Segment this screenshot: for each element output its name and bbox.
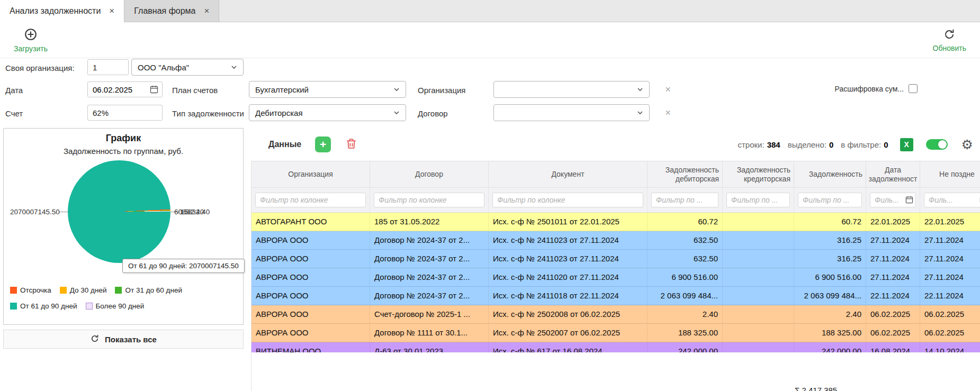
column-header-5[interactable]: Задолженность <box>794 161 866 187</box>
contract-clear-icon[interactable]: × <box>665 107 671 117</box>
organization-clear-icon[interactable]: × <box>665 84 671 94</box>
column-header-0[interactable]: Организация <box>251 161 370 187</box>
cell[interactable]: 06.02.2025 <box>866 324 920 342</box>
cell[interactable]: 6 900 516.00 <box>794 268 866 287</box>
organization-select[interactable] <box>493 81 650 98</box>
cell[interactable]: АВРОРА ООО <box>251 268 370 287</box>
tab-close-icon[interactable]: × <box>204 6 210 15</box>
column-filter-input-5[interactable] <box>798 193 861 207</box>
legend-item[interactable]: От 31 до 60 дней <box>115 286 182 294</box>
cell[interactable]: 27.11.2024 <box>920 268 980 287</box>
column-filter-input-1[interactable] <box>374 193 484 207</box>
legend-item[interactable]: До 30 дней <box>60 286 107 294</box>
date-input[interactable] <box>87 81 163 97</box>
column-filter-input-4[interactable] <box>727 193 789 207</box>
cell[interactable]: Исх. с-ф № 2411023 от 27.11.2024 <box>489 250 648 268</box>
cell[interactable]: Счет-договор № 2025-1 ... <box>370 305 489 324</box>
date-input-field[interactable] <box>88 85 150 94</box>
cell[interactable]: 2.40 <box>648 305 723 324</box>
cell[interactable]: АВРОРА ООО <box>251 305 370 324</box>
cell[interactable]: 60.72 <box>648 213 723 231</box>
column-header-2[interactable]: Документ <box>489 161 648 187</box>
cell[interactable]: 632.50 <box>648 231 723 250</box>
table-row[interactable]: АВРОРА ОООДоговор № 2024-37 от 2...Исх. … <box>251 250 980 268</box>
own-org-select[interactable]: ООО "Альфа" <box>131 59 244 76</box>
cell[interactable] <box>723 268 794 287</box>
cell[interactable] <box>723 324 794 342</box>
add-row-button[interactable]: + <box>315 137 331 152</box>
cell[interactable]: 14.10.2024 <box>920 342 980 352</box>
cell[interactable]: 27.11.2024 <box>920 250 980 268</box>
cell[interactable] <box>723 250 794 268</box>
legend-item[interactable]: Более 90 дней <box>86 302 145 310</box>
table-row[interactable]: АВРОРА ОООДоговор № 1111 от 30.1...Исх. … <box>251 324 980 342</box>
cell[interactable]: Исх. с-ф № 2411023 от 27.11.2024 <box>489 231 648 250</box>
cell[interactable] <box>723 231 794 250</box>
table-row[interactable]: АВРОРА ОООСчет-договор № 2025-1 ...Исх. … <box>251 305 980 324</box>
cell[interactable]: 06.02.2025 <box>920 305 980 324</box>
accounts-plan-select[interactable]: Бухгалтерский <box>249 81 406 98</box>
delete-row-button[interactable] <box>345 137 358 152</box>
cell[interactable]: Исх. с-ф № 617 от 16.08.2024 <box>489 342 648 352</box>
cell[interactable]: 06.02.2025 <box>866 305 920 324</box>
cell[interactable]: 185 от 31.05.2022 <box>370 213 489 231</box>
decode-sum-checkbox[interactable] <box>909 84 918 93</box>
cell[interactable]: 316.25 <box>794 231 866 250</box>
calendar-icon[interactable] <box>905 196 913 204</box>
pie-chart[interactable] <box>68 160 170 263</box>
tab-debt-analysis[interactable]: Анализ задолженности× <box>0 0 124 22</box>
cell[interactable]: 2 063 099 484... <box>648 287 723 305</box>
cell[interactable]: Исх. с-ф № 2501011 от 22.01.2025 <box>489 213 648 231</box>
table-row[interactable]: ВИТНЕМАН ОООД-63 от 30.01.2023Исх. с-ф №… <box>251 342 980 352</box>
cell[interactable]: ВИТНЕМАН ООО <box>251 342 370 352</box>
debt-type-select[interactable]: Дебиторская <box>249 104 406 121</box>
cell[interactable]: 242 000.00 <box>648 342 723 352</box>
legend-item[interactable]: От 61 до 90 дней <box>10 302 77 310</box>
export-excel-button[interactable]: X <box>900 138 913 151</box>
cell[interactable]: Договор № 2024-37 от 2... <box>370 287 489 305</box>
column-header-4[interactable]: Задолженность кредиторская <box>723 161 794 187</box>
cell[interactable]: Договор № 2024-37 от 2... <box>370 231 489 250</box>
column-filter-input-2[interactable] <box>493 193 643 207</box>
table-row[interactable]: АВРОРА ОООДоговор № 2024-37 от 2...Исх. … <box>251 287 980 305</box>
legend-item[interactable]: Отсрочка <box>10 286 51 294</box>
cell[interactable] <box>723 342 794 352</box>
cell[interactable]: 16.08.2024 <box>866 342 920 352</box>
cell[interactable]: 22.01.2025 <box>920 213 980 231</box>
cell[interactable]: 27.11.2024 <box>920 231 980 250</box>
cell[interactable]: 27.11.2024 <box>866 250 920 268</box>
cell[interactable] <box>723 305 794 324</box>
cell[interactable]: АВРОРА ООО <box>251 250 370 268</box>
column-header-6[interactable]: Дата задолженност <box>866 161 920 187</box>
cell[interactable]: 188 325.00 <box>648 324 723 342</box>
cell[interactable]: 2.40 <box>794 305 866 324</box>
cell[interactable]: 242 000.00 <box>794 342 866 352</box>
cell[interactable]: 632.50 <box>648 250 723 268</box>
cell[interactable]: АВРОРА ООО <box>251 231 370 250</box>
cell[interactable]: Исх. с-ф № 2502008 от 06.02.2025 <box>489 305 648 324</box>
cell[interactable] <box>723 287 794 305</box>
cell[interactable]: 6 900 516.00 <box>648 268 723 287</box>
table-row[interactable]: АВТОГАРАНТ ООО185 от 31.05.2022Исх. с-ф … <box>251 213 980 231</box>
cell[interactable]: Договор № 2024-37 от 2... <box>370 268 489 287</box>
own-org-code-input[interactable] <box>87 59 129 75</box>
column-filter-input-3[interactable] <box>652 193 718 207</box>
refresh-button[interactable]: Обновить <box>933 28 966 52</box>
tab-close-icon[interactable]: × <box>109 6 114 15</box>
cell[interactable]: 06.02.2025 <box>920 324 980 342</box>
color-toggle[interactable] <box>926 139 948 150</box>
column-header-7[interactable]: Не поздне <box>920 161 980 187</box>
calendar-icon[interactable] <box>150 85 158 94</box>
table-row[interactable]: АВРОРА ОООДоговор № 2024-37 от 2...Исх. … <box>251 268 980 287</box>
account-input[interactable] <box>87 105 163 121</box>
cell[interactable]: Исх. с-ф № 2411018 от 22.11.2024 <box>489 287 648 305</box>
cell[interactable] <box>723 213 794 231</box>
contract-select[interactable] <box>493 104 650 121</box>
cell[interactable]: Д-63 от 30.01.2023 <box>370 342 489 352</box>
cell[interactable]: АВТОГАРАНТ ООО <box>251 213 370 231</box>
cell[interactable]: Договор № 1111 от 30.1... <box>370 324 489 342</box>
tab-main-form[interactable]: Главная форма× <box>124 0 219 22</box>
table-row[interactable]: АВРОРА ОООДоговор № 2024-37 от 2...Исх. … <box>251 231 980 250</box>
show-all-button[interactable]: Показать все <box>3 330 244 349</box>
gear-icon[interactable]: ⚙ <box>961 138 973 151</box>
